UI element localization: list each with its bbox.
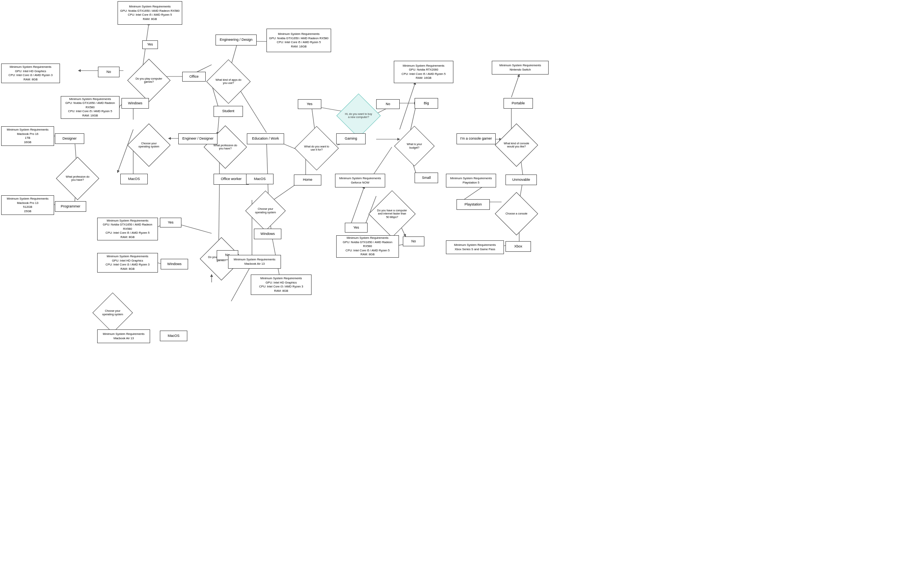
no-box-1: No bbox=[98, 67, 120, 77]
svg-line-50 bbox=[350, 186, 364, 227]
sysreq-win-16: Minimum System RequirementsGPU: Nvidia G… bbox=[61, 96, 120, 119]
windows-mid: Windows bbox=[254, 229, 281, 239]
sysreq-top: Minimum System RequirementsGPU: Nvidia G… bbox=[118, 1, 182, 25]
xbox-node: Xbox bbox=[505, 241, 531, 252]
home-node: Home bbox=[294, 175, 321, 185]
play-games-1-diamond: Do you play computer games? bbox=[129, 61, 168, 100]
choose-os-mid-label: Choose your operating system bbox=[252, 197, 279, 225]
sysreq-nintendo: Minimum System RequirementsNintendo Swit… bbox=[492, 61, 549, 75]
what-use-label: What do you want to use it for? bbox=[301, 133, 332, 164]
gaming-node: Gaming bbox=[336, 133, 366, 144]
choose-os-bot-diamond: Choose your operating system bbox=[94, 294, 131, 331]
choose-console-diamond: Choose a console bbox=[497, 194, 536, 233]
start-diamond: Hi, do you want to buy a new computer? bbox=[337, 94, 380, 137]
macos-mid: MacOS bbox=[246, 174, 274, 184]
sysreq-win-mid: Minimum System RequirementsGPU: Intel HD… bbox=[251, 275, 312, 295]
yes-internet: Yes bbox=[345, 223, 368, 233]
windows-bot: Windows bbox=[161, 259, 188, 269]
sysreq-no-games: Minimum System RequirementsGPU: Intel HD… bbox=[1, 64, 60, 83]
svg-line-42 bbox=[511, 75, 519, 97]
sysreq-win-bot: Minimum System RequirementsGPU: Intel HD… bbox=[97, 253, 158, 273]
choose-console-label: Choose a console bbox=[502, 199, 531, 229]
playstation-node: Playstation bbox=[457, 199, 490, 210]
office-node: Office bbox=[182, 72, 206, 82]
yes-games-1: Yes bbox=[142, 40, 158, 49]
flowchart-canvas: Hi, do you want to buy a new computer? Y… bbox=[0, 0, 924, 571]
no-internet: No bbox=[403, 236, 424, 246]
have-internet-diamond: Do you have a computer and internet fast… bbox=[370, 192, 413, 235]
svg-line-5 bbox=[266, 139, 268, 200]
sysreq-mac-pro-13: Minimum System RequirementsMacbook Pro 1… bbox=[1, 195, 54, 215]
yes-games-2: Yes bbox=[160, 218, 181, 227]
sysreq-ps5: Minimum System RequirementsPlaystation 5 bbox=[446, 174, 496, 187]
small-node: Small bbox=[415, 173, 438, 183]
office-worker: Office worker bbox=[214, 174, 249, 185]
sysreq-mac-air-2: Minimum System RequirementsMacbook Air 1… bbox=[97, 329, 150, 343]
macos-1: MacOS bbox=[120, 174, 148, 184]
what-apps-diamond: What kind of apps do you use? bbox=[208, 61, 249, 102]
designer-node: Designer bbox=[55, 133, 84, 144]
student-node: Student bbox=[214, 106, 243, 117]
portable-node: Portable bbox=[504, 98, 533, 109]
sysreq-nvidia-rtx: Minimum System RequirementsGPU: Nvidia R… bbox=[394, 61, 453, 83]
educ-work-node: Education / Work bbox=[247, 133, 284, 144]
sysreq-eng-office: Minimum System RequirementsGPU: Nvidia G… bbox=[266, 29, 331, 52]
budget-diamond: What is your budget? bbox=[396, 127, 433, 165]
big-node: Big bbox=[415, 98, 438, 109]
yes-node-1: Yes bbox=[298, 99, 321, 109]
eng-designer-1: Engineer / Designer bbox=[178, 133, 217, 144]
what-use-diamond: What do you want to use it for? bbox=[296, 127, 337, 169]
macos-bot: MacOS bbox=[160, 331, 187, 341]
programmer-node: Programmer bbox=[55, 201, 86, 212]
choose-os-1-diamond: Choose your operating system bbox=[129, 125, 168, 165]
what-profession-2-diamond: What profession do you have? bbox=[58, 159, 97, 198]
unmovable-node: Unmovable bbox=[505, 175, 537, 185]
sysreq-xbox-series: Minimum System RequirementsXbox Series S… bbox=[446, 240, 504, 254]
choose-os-bot-label: Choose your operating system bbox=[99, 299, 127, 327]
start-label: Hi, do you want to buy a new computer? bbox=[343, 100, 374, 131]
choose-os-1-label: Choose your operating system bbox=[134, 130, 164, 160]
no-node-1: No bbox=[376, 99, 400, 109]
sysreq-geforce: Minimum System RequirementsGeforce NOW bbox=[335, 174, 385, 187]
play-games-1-label: Do you play computer games? bbox=[134, 65, 164, 95]
budget-label: What is your budget? bbox=[400, 132, 428, 160]
have-internet-label: Do you have a computer and internet fast… bbox=[376, 198, 408, 230]
sysreq-win-gaming: Minimum System RequirementsGPU: Nvidia G… bbox=[336, 235, 399, 258]
svg-line-38 bbox=[400, 82, 415, 129]
console-kind-diamond: What kind of console would you like? bbox=[497, 125, 536, 165]
sysreq-mac-pro-16: Minimum System RequirementsMacbook Pro 1… bbox=[1, 126, 54, 146]
choose-os-mid-diamond: Choose your operating system bbox=[247, 192, 284, 229]
svg-line-27 bbox=[176, 224, 212, 233]
sysreq-yes-games-2: Minimum System RequirementsGPU: Nvidia G… bbox=[97, 218, 158, 240]
eng-design-2: Engineering / Design bbox=[216, 35, 257, 45]
what-profession-2-label: What profession do you have? bbox=[63, 164, 92, 193]
console-kind-label: What kind of console would you like? bbox=[502, 130, 531, 160]
windows-1: Windows bbox=[121, 98, 149, 109]
what-apps-label: What kind of apps do you use? bbox=[213, 66, 244, 97]
sysreq-mac-air-1: Minimum System RequirementsMacbook Air 1… bbox=[228, 255, 281, 269]
console-gamer-node: I'm a console gamer bbox=[457, 133, 496, 144]
